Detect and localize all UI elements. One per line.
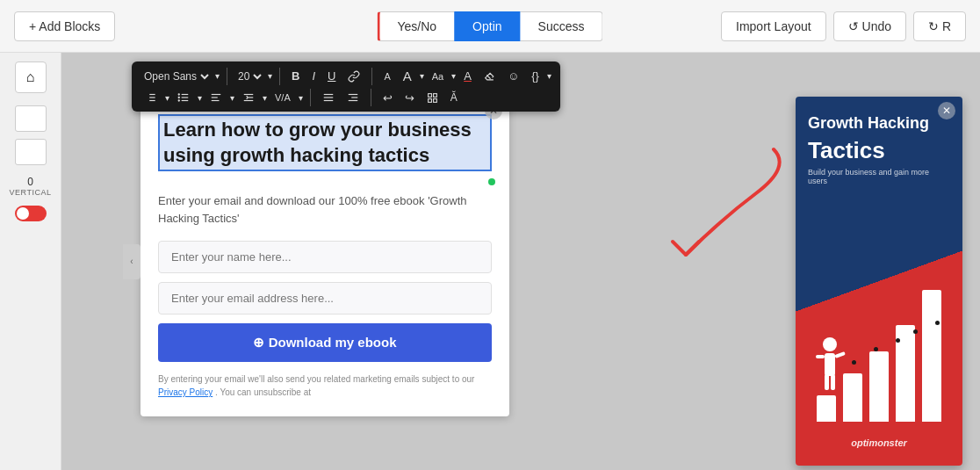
add-blocks-label: + Add Blocks: [29, 19, 100, 33]
svg-rect-27: [433, 98, 436, 102]
strikethrough-button[interactable]: Ă: [446, 90, 462, 105]
toggle-thumb: [17, 207, 29, 220]
toolbar-separator-2: [279, 68, 280, 85]
book-close-button[interactable]: ✕: [938, 102, 955, 119]
canvas-area: ‹ Open Sans ▾ 20 ▾ B I U: [61, 53, 980, 470]
sidebar-block-1: [15, 105, 47, 132]
book-tagline: Build your business and gain more users: [808, 168, 950, 185]
tab-optin[interactable]: Optin: [454, 11, 520, 41]
card-content: Learn how to grow your business using gr…: [141, 97, 509, 416]
email-input[interactable]: [158, 282, 492, 315]
svg-rect-24: [428, 93, 431, 97]
indent-button[interactable]: [238, 90, 259, 105]
italic-button[interactable]: I: [307, 68, 320, 84]
link-button[interactable]: [343, 69, 364, 84]
undo-button[interactable]: ↺ Undo: [833, 11, 906, 41]
svg-rect-32: [825, 374, 829, 390]
right-align-button[interactable]: [342, 90, 364, 105]
sidebar-number: 0: [27, 176, 33, 188]
right-action-buttons: Import Layout ↺ Undo ↻ R: [721, 11, 966, 41]
privacy-policy-link[interactable]: Privacy Policy: [158, 387, 213, 397]
font-size-dropdown-icon: ▾: [268, 71, 272, 81]
redo-button[interactable]: ↻ R: [913, 11, 966, 41]
bold-button[interactable]: B: [287, 68, 304, 84]
red-arrow-annotation: [633, 141, 791, 285]
text-align-button[interactable]: [205, 90, 227, 105]
svg-rect-25: [433, 93, 436, 97]
svg-rect-29: [825, 353, 835, 376]
toolbar-separator-4: [310, 89, 311, 106]
svg-point-9: [178, 94, 179, 95]
toolbar-separator-1: [227, 68, 227, 85]
toolbar-separator-5: [371, 89, 371, 106]
sidebar-block-2: [15, 139, 47, 165]
svg-rect-30: [816, 355, 825, 358]
card-title: Learn how to grow your business using gr…: [158, 114, 492, 171]
sidebar-home-button[interactable]: ⌂: [15, 61, 47, 93]
font-size-large-button[interactable]: A: [399, 67, 416, 85]
disclaimer-text: By entering your email we'll also send y…: [158, 372, 492, 399]
align-dropdown-icon: ▾: [230, 93, 234, 103]
font-size-small-button[interactable]: A: [379, 69, 394, 83]
svg-point-28: [823, 337, 837, 351]
redo-text-button[interactable]: ↪: [400, 90, 419, 106]
code-button[interactable]: {}: [527, 68, 544, 84]
svg-rect-33: [831, 374, 835, 390]
svg-point-10: [178, 97, 179, 98]
undo-text-button[interactable]: ↩: [378, 90, 397, 106]
unordered-list-button[interactable]: [173, 90, 194, 105]
bar-3: [869, 351, 889, 422]
optin-card: ✕ Learn how to grow your business using …: [141, 97, 509, 416]
title-selection-dot: [488, 178, 495, 185]
emoji-button[interactable]: ☺: [503, 68, 523, 84]
valign-dropdown-icon: ▾: [299, 93, 303, 103]
underline-button[interactable]: U: [323, 68, 340, 84]
toolbar-row-1: Open Sans ▾ 20 ▾ B I U A A ▾ Aa: [141, 67, 551, 85]
tab-success[interactable]: Success: [521, 11, 603, 41]
tab-yesno[interactable]: Yes/No: [377, 11, 454, 41]
valign-button[interactable]: V/A: [270, 90, 295, 105]
card-subtitle: Enter your email and download our 100% f…: [158, 192, 492, 227]
svg-point-11: [178, 100, 179, 101]
font-family-select[interactable]: Open Sans: [141, 69, 212, 83]
code-dropdown-icon: ▾: [547, 71, 551, 81]
justify-button[interactable]: [318, 90, 339, 105]
tab-group: Yes/No Optin Success: [377, 11, 602, 41]
eraser-button[interactable]: [479, 69, 500, 83]
add-blocks-button[interactable]: + Add Blocks: [14, 11, 115, 41]
font-size-dropdown-2-icon: ▾: [420, 71, 424, 81]
download-label: ⊕ Download my ebook: [253, 335, 396, 351]
left-sidebar: ⌂ 0 VERTICAL: [0, 53, 61, 470]
text-color-button[interactable]: A: [459, 68, 476, 84]
svg-rect-31: [834, 351, 846, 358]
bar-5: [922, 290, 941, 422]
top-toolbar: + Add Blocks Yes/No Optin Success Import…: [0, 0, 980, 53]
book-brand: optimonster: [808, 437, 950, 448]
ordered-list-button[interactable]: [141, 90, 162, 105]
name-input[interactable]: [158, 241, 492, 273]
download-button[interactable]: ⊕ Download my ebook: [158, 323, 492, 362]
book-illustration: [808, 194, 950, 430]
toolbar-row-2: ▾ ▾ ▾ ▾ V/A ▾: [141, 89, 551, 106]
text-case-dropdown-icon: ▾: [451, 71, 456, 81]
toolbar-separator-3: [371, 68, 372, 85]
indent-dropdown-icon: ▾: [263, 93, 267, 103]
font-size-select[interactable]: 20: [234, 69, 264, 83]
ol-dropdown-icon: ▾: [165, 93, 169, 103]
import-layout-button[interactable]: Import Layout: [721, 11, 826, 41]
grid-button[interactable]: [422, 90, 443, 105]
font-family-dropdown-icon: ▾: [215, 71, 220, 81]
sidebar-toggle[interactable]: [15, 206, 47, 221]
sidebar-vertical-label: VERTICAL: [10, 188, 52, 197]
sidebar-collapse-button[interactable]: ‹: [123, 244, 141, 279]
person-figure: [812, 334, 847, 404]
book-title-line2: Tactics: [808, 137, 950, 164]
format-toolbar: Open Sans ▾ 20 ▾ B I U A A ▾ Aa: [132, 61, 560, 112]
text-color-icon: A: [464, 69, 472, 83]
ul-dropdown-icon: ▾: [198, 93, 202, 103]
home-icon: ⌂: [26, 69, 35, 85]
text-case-button[interactable]: Aa: [428, 69, 448, 83]
book-cover: ✕ Growth Hacking Tactics Build your busi…: [796, 97, 962, 466]
toggle-track[interactable]: [15, 206, 47, 221]
svg-rect-26: [428, 98, 431, 102]
